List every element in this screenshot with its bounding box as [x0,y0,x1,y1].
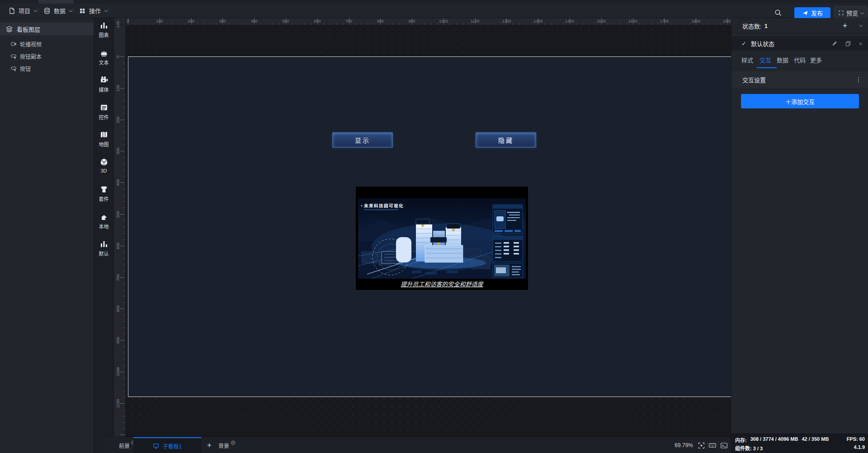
menu-actions-label: 操作 [89,6,101,15]
chart-icon [99,239,108,248]
menu-actions[interactable]: 操作 [79,4,107,18]
kit-icon [99,185,108,194]
cube-icon [99,158,108,167]
memory-value: 308 / 3774 / 4096 MB [750,436,798,444]
publish-label: 发布 [811,9,823,17]
ruler-label: 500 [282,19,289,23]
ruler-label: 100 [156,19,163,23]
ruler-label: 900 [115,331,121,349]
components-label: 组件数: [735,446,752,451]
toolbar-item-media[interactable]: 媒体 [94,75,114,96]
circle-plus-icon[interactable] [231,440,236,445]
plus-icon: + [207,441,212,450]
interaction-settings-title: 交互设置 [742,75,766,84]
show-button-label: 显示 [355,135,370,145]
zoom-level[interactable]: 69.79% [675,437,693,453]
menu-project[interactable]: 项目 [8,4,36,18]
edit-icon[interactable] [831,40,838,47]
component-count: 组件数: 3 / 3 [735,444,763,452]
layer-item-carousel-video[interactable]: 轮播视频 [0,38,94,50]
fit-view-button[interactable] [697,441,706,450]
ruler-label: 1600 [628,19,637,23]
add-state-button[interactable]: + [840,21,850,31]
preview-button[interactable]: 预览 [834,6,867,19]
state-name: 默认状态 [751,39,774,48]
fps-stats: FPS: 60 [847,436,865,442]
toolbar-item-3d[interactable]: 3D [94,158,114,178]
fit-view-icon [698,442,705,449]
layer-panel-title: 看板图层 [17,25,40,33]
layer-panel: 看板图层 轮播视频 按钮副本 按钮 [0,18,94,453]
tab-more[interactable]: 更多 [810,51,822,69]
version-label: 4.1.9 [854,444,865,450]
memory-stats: 内存: 308 / 3774 / 4096 MB 42 / 350 MB [735,436,829,444]
shortcut-keys-button[interactable] [708,441,717,450]
ruler-label: 800 [377,19,384,23]
ruler-label: 600 [115,237,121,255]
settings-panel: 状态数: 1 + ✓ 默认状态 × 样式 交互 数据 代码 更多 交互设置 ⋮ … [731,18,868,453]
canvas-region: 0 100 200 300 400 500 600 700 800 900 10… [114,18,731,437]
toolbar-item-text[interactable]: 文本 [94,48,114,69]
settings-tabs: 样式 交互 数据 代码 更多 [731,51,868,69]
add-subboard-button[interactable]: + [203,437,216,453]
tab-style[interactable]: 样式 [741,51,753,69]
toolbar-item-label: 文本 [99,59,109,66]
fps-label: FPS: [847,436,858,442]
text-icon [99,48,108,57]
hide-button-component[interactable]: 隐藏 [476,132,536,148]
status-footer: 内存: 308 / 3774 / 4096 MB 42 / 350 MB FPS… [731,434,868,453]
memory-extra: 42 / 350 MB [802,436,829,444]
map-icon [99,130,108,139]
publish-button[interactable]: 发布 [794,7,830,19]
background-tab[interactable]: 背景 [218,437,236,453]
toolbar-item-widgets[interactable]: 控件 [94,103,114,124]
canvas-view[interactable]: 显示 隐藏 [126,25,731,437]
horizontal-ruler: 0 100 200 300 400 500 600 700 800 900 10… [126,18,731,25]
video-layer-icon [11,41,17,47]
close-icon[interactable]: × [859,40,863,47]
tab-data[interactable]: 数据 [777,51,788,69]
add-interaction-label: ＋添加交互 [785,97,815,106]
ruler-label: 700 [345,19,352,23]
subboard-tab-label: 子看板1 [163,442,182,450]
toolbar-item-kits[interactable]: 套件 [94,185,114,205]
toolbar-item-default[interactable]: 默认 [94,239,114,260]
chevron-down-icon [860,10,864,14]
subboard-tab-active[interactable]: 子看板1 [133,437,201,453]
side-panels [493,205,523,278]
toolbar-item-map[interactable]: 地图 [94,130,114,151]
state-count-label: 状态数: [742,22,762,30]
design-surface[interactable]: 显示 隐藏 [128,56,731,397]
ruler-label: 900 [409,19,415,23]
ruler-label: 1100 [115,394,121,412]
check-icon: ✓ [741,40,746,47]
search-button[interactable] [772,8,784,18]
smart-campus-scene: 未来科技园可视化 [358,198,526,279]
menu-divider [108,8,109,14]
video-caption[interactable]: 提升员工和访客的安全和舒适度 [356,280,528,288]
toolbar-item-charts[interactable]: 图表 [94,21,114,42]
ruler-label: 800 [115,299,121,318]
add-interaction-button[interactable]: ＋添加交互 [741,94,859,108]
layer-item-button-copy[interactable]: 按钮副本 [0,50,94,62]
interaction-settings-header: 交互设置 [731,71,868,88]
console-button[interactable] [719,441,728,450]
media-icon [99,75,108,84]
toolbar-item-local[interactable]: 本地 [94,212,114,233]
tab-code[interactable]: 代码 [794,51,806,69]
plus-icon: + [843,21,848,31]
tab-interaction[interactable]: 交互 [760,51,771,69]
layer-panel-header[interactable]: 看板图层 [0,23,94,35]
bottom-bar-divider [718,442,719,449]
background-label: 背景 [218,442,229,449]
ruler-label: 1700 [660,19,669,23]
ruler-label: 100 [115,79,121,97]
layer-item-button[interactable]: 按钮 [0,62,94,75]
kebab-menu-icon[interactable]: ⋮ [855,71,862,88]
layer-item-label: 按钮副本 [20,52,42,60]
show-button-component[interactable]: 显示 [332,132,393,148]
carousel-video-component[interactable]: 未来科技园可视化 提升员工和访客的安全和舒适度 [356,187,528,290]
copy-icon[interactable] [845,40,851,47]
menu-data[interactable]: 数据 [43,4,71,18]
hide-button-label: 隐藏 [498,135,514,145]
